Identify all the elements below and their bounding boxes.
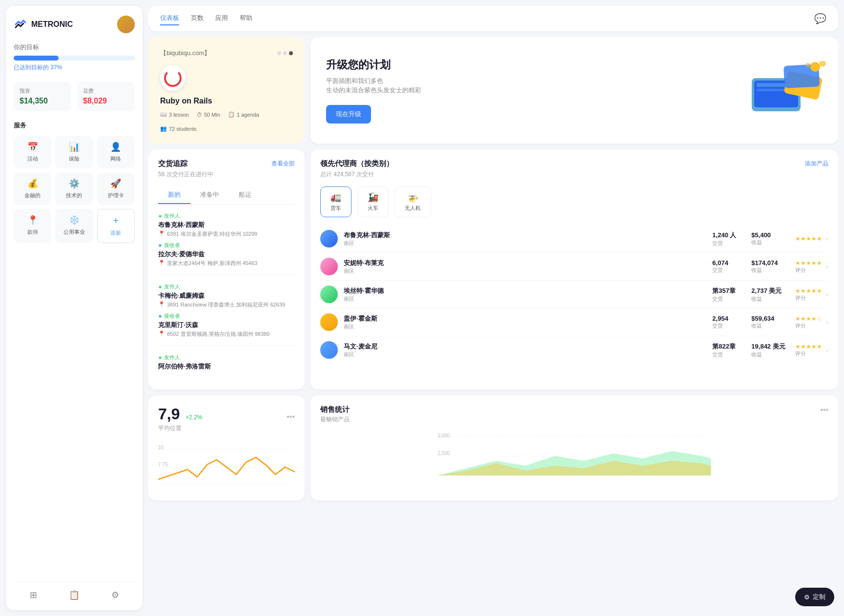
agent-stars-3: ★★★★☆: [795, 315, 822, 322]
public-icon: ❄️: [69, 215, 80, 226]
agent-arrow-4[interactable]: ›: [826, 346, 828, 354]
agent-stars-0: ★★★★★: [795, 235, 822, 242]
delivery-tabs: 新的 准备中 船运: [158, 186, 295, 205]
agent-revenue-3: $59,634 收益: [751, 315, 795, 329]
main-content: 仪表板 页数 应用 帮助 💬 【biqubiqu.com】: [148, 0, 844, 616]
settings-icon[interactable]: ⚙: [111, 590, 119, 600]
nav-dashboard[interactable]: 仪表板: [160, 12, 179, 25]
agent-rating-0: ★★★★★: [795, 235, 822, 242]
delivery-item-1: 发件人 布鲁克林·西蒙斯 📍 6391 埃尔金圣塞萨雷,特拉华州 10299 接…: [158, 212, 295, 275]
sender-dot-1: [158, 214, 162, 218]
insurance-icon: 📊: [69, 142, 80, 152]
layers-icon[interactable]: ⊞: [30, 590, 37, 600]
agent-transactions-4: 第822章 交货: [712, 342, 751, 358]
agent-rows: 布鲁克林·西蒙斯 南区 1,240 人 交货 $5,400 收益 ★★★★★ ›…: [320, 225, 828, 364]
upgrade-button[interactable]: 现在升级: [326, 105, 371, 123]
service-tech[interactable]: ⚙️ 技术的: [55, 172, 93, 205]
sender-dot-3: [158, 356, 162, 360]
cat-tab-train[interactable]: 🚂 火车: [357, 186, 389, 217]
agent-arrow-2[interactable]: ›: [826, 290, 828, 298]
logo-icon: [14, 18, 27, 31]
view-all-link[interactable]: 查看全部: [271, 160, 295, 168]
customize-label: 定制: [813, 593, 825, 601]
sender-name-2: 卡梅伦·威廉姆森: [158, 291, 295, 300]
add-label: 添新: [110, 229, 121, 237]
delivery-card: 交货追踪 查看全部 56 次交付正在进行中 新的 准备中 船运 发件人 布鲁克林…: [148, 149, 305, 390]
agent-name-1: 安妮特·布莱克: [344, 259, 712, 267]
row-3: 7,9 +2.2% ••• 平均位置 10 7.75: [148, 395, 838, 500]
sender-role-3: 发件人: [158, 354, 295, 361]
agent-row-0: 布鲁克林·西蒙斯 南区 1,240 人 交货 $5,400 收益 ★★★★★ ›: [320, 225, 828, 253]
lessons-icon: 📖: [160, 111, 167, 118]
progress-bar: [14, 56, 135, 61]
sales-card: 销售统计 ••• 最畅销产品 3,000 2,500: [310, 395, 838, 500]
service-add[interactable]: + 添新: [97, 209, 135, 243]
service-host[interactable]: 📍 款待: [14, 209, 51, 243]
service-finance[interactable]: 💰 金融的: [14, 172, 51, 205]
drone-icon: 🚁: [408, 192, 418, 203]
add-product-button[interactable]: 添加产品: [805, 160, 828, 168]
avatar-image: [117, 16, 135, 33]
nursing-label: 护理卡: [108, 192, 124, 199]
agent-stars-2: ★★★★★: [795, 287, 822, 294]
avatar[interactable]: [117, 16, 135, 33]
agent-avatar-1: [320, 258, 338, 275]
svg-text:10: 10: [158, 445, 164, 450]
train-label: 火车: [368, 205, 378, 212]
service-nursing[interactable]: 🚀 护理卡: [97, 172, 135, 205]
host-icon: 📍: [27, 215, 38, 226]
nav-help[interactable]: 帮助: [240, 12, 252, 25]
cat-tab-drone[interactable]: 🚁 无人机: [394, 186, 431, 217]
sidebar-header: METRONIC: [14, 16, 135, 33]
agent-arrow-0[interactable]: ›: [826, 235, 828, 243]
agent-avatar-4: [320, 341, 338, 359]
upgrade-card: 升级您的计划 平面插图和我们多色 生动的未混合紫色头发女士的精彩 现在升级: [310, 37, 838, 144]
tab-new[interactable]: 新的: [158, 186, 190, 204]
agent-arrow-3[interactable]: ›: [826, 318, 828, 326]
cat-tab-truck[interactable]: 🚛 货车: [320, 186, 351, 217]
delivery-subtitle: 56 次交付正在进行中: [158, 170, 295, 179]
course-card: 【biqubiqu.com】 Ruby on Rails 📖 3 lesson: [148, 37, 305, 144]
agent-row-3: 盖伊·霍金斯 南区 2,954 交货 $59,634 收益 ★★★★☆ 评分 ›: [320, 308, 828, 336]
tab-shipping[interactable]: 船运: [229, 186, 261, 204]
svg-rect-3: [757, 89, 786, 91]
agent-row-2: 埃丝特·霍华德 南区 第357章 交货 2,737 美元 收益 ★★★★★ 评分…: [320, 281, 828, 308]
location-icon-2: 📍: [158, 260, 165, 266]
agent-row-4: 马文·麦金尼 南区 第822章 交货 19,842 美元 收益 ★★★★★ 评分…: [320, 336, 828, 364]
nav-right: 💬: [814, 13, 826, 24]
nav-apps[interactable]: 应用: [215, 12, 228, 25]
agents-subtitle: 总计 424,567 次交付: [320, 170, 828, 179]
service-public[interactable]: ❄️ 公用事业: [55, 209, 93, 243]
progress-fill: [14, 56, 59, 61]
agent-rating-4: ★★★★★ 评分: [795, 343, 822, 357]
dot-3: [289, 51, 293, 55]
customize-button[interactable]: ⚙ 定制: [795, 588, 834, 606]
service-activity[interactable]: 📅 活动: [14, 136, 51, 168]
agent-region-1: 南区: [344, 267, 712, 275]
stats-menu-dots[interactable]: •••: [287, 412, 295, 421]
chat-icon[interactable]: 💬: [814, 13, 826, 24]
service-insurance[interactable]: 📊 保险: [55, 136, 93, 168]
delivery-item-3: 发件人 阿尔伯特·弗洛雷斯: [158, 354, 295, 380]
agent-row-1: 安妮特·布莱克 南区 6,074 交货 $174,074 收益 ★★★★★ 评分…: [320, 253, 828, 281]
tab-preparing[interactable]: 准备中: [190, 186, 229, 204]
receiver-role-2: 接收者: [158, 312, 295, 320]
agent-transactions-0: 1,240 人 交货: [712, 231, 751, 247]
service-network[interactable]: 👤 网络: [97, 136, 135, 168]
receiver-dot-2: [158, 314, 162, 318]
course-card-header: 【biqubiqu.com】: [160, 49, 293, 58]
content-area: 【biqubiqu.com】 Ruby on Rails 📖 3 lesson: [148, 37, 838, 610]
svg-text:7.75: 7.75: [158, 462, 168, 467]
agent-info-0: 布鲁克林·西蒙斯 南区: [344, 231, 712, 247]
sender-dot-2: [158, 285, 162, 289]
document-icon[interactable]: 📋: [69, 590, 80, 600]
agent-name-0: 布鲁克林·西蒙斯: [344, 231, 712, 240]
row-2: 交货追踪 查看全部 56 次交付正在进行中 新的 准备中 船运 发件人 布鲁克林…: [148, 149, 838, 390]
course-logo: [160, 65, 185, 91]
truck-icon: 🚛: [330, 192, 341, 203]
network-icon: 👤: [110, 142, 121, 152]
svg-point-7: [819, 61, 826, 67]
nav-pages[interactable]: 页数: [191, 12, 204, 25]
agent-arrow-1[interactable]: ›: [826, 263, 828, 270]
sales-menu-dots[interactable]: •••: [820, 406, 828, 414]
